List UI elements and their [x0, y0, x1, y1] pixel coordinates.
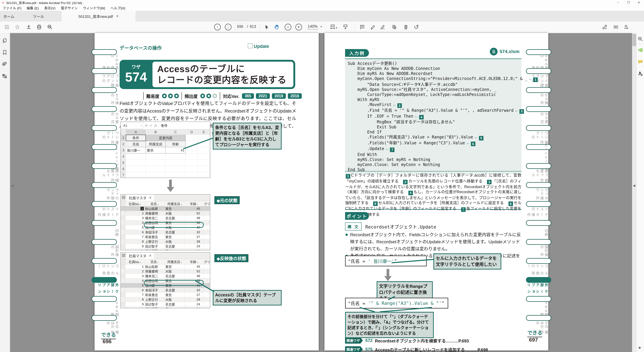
- menu-item[interactable]: ウィンドウ(W): [80, 5, 108, 11]
- current-page-input[interactable]: 696: [235, 24, 245, 30]
- chapter-tab[interactable]: Excelファイルの操作: [94, 144, 119, 163]
- chapter-tab[interactable]: 印刷: [524, 220, 548, 239]
- menu-item[interactable]: 電子サイン: [58, 5, 80, 11]
- email-icon[interactable]: ✉: [612, 23, 620, 31]
- chapter-tab-line: 外部アプリ: [94, 283, 119, 290]
- chapter-tab[interactable]: セルの書式: [94, 106, 119, 125]
- code-line: End If: [348, 130, 519, 135]
- related-badge: 関連ワザ: [345, 337, 363, 343]
- chapter-tab[interactable]: 外部アプリケーション: [94, 277, 119, 296]
- chapter-tab[interactable]: リストのデータ操作: [524, 201, 548, 220]
- close-button[interactable]: ✕: [634, 0, 644, 5]
- next-page-icon[interactable]: ↓: [224, 23, 232, 31]
- page-display-icon[interactable]: [342, 23, 349, 31]
- menu-item[interactable]: 編集 (E): [24, 5, 42, 11]
- dashed-separator: [345, 171, 522, 172]
- page-thumbnails-icon[interactable]: [2, 38, 8, 44]
- export-pdf-icon[interactable]: [638, 47, 643, 53]
- tab-home[interactable]: ホーム: [3, 11, 14, 22]
- tab-tools[interactable]: ツール: [33, 11, 44, 22]
- excel-row: 1条件変更内容: [121, 135, 210, 141]
- fill-sign-icon[interactable]: [379, 23, 386, 31]
- tip-meta-row: 難易度 頻出度 対応Ver. 365202120192016: [143, 92, 302, 100]
- access-cell-age: 38: [185, 220, 203, 225]
- select-tool-icon[interactable]: [263, 23, 271, 31]
- search-icon[interactable]: [46, 23, 54, 31]
- chapter-tab[interactable]: セルの操作: [524, 87, 548, 106]
- chapter-tab[interactable]: ウィンドウの操作: [94, 182, 119, 201]
- chapter-tab[interactable]: セルの書式: [524, 106, 548, 125]
- access-cell-branch: 東京: [164, 235, 185, 239]
- document-tab-close-icon[interactable]: ✕: [116, 14, 119, 18]
- chapter-tab-line: VBAの: [94, 54, 119, 66]
- sort-caret-icon: ▾: [158, 261, 158, 264]
- menu-item[interactable]: ファイル (F): [0, 5, 24, 11]
- rotate-icon[interactable]: ↺: [412, 23, 420, 31]
- note-step-badge: 6: [508, 201, 513, 206]
- chapter-tab[interactable]: Excelファイルの操作: [524, 144, 548, 163]
- chapter-tab[interactable]: VBAの基礎知識: [94, 49, 119, 68]
- chapter-tab[interactable]: 高度なファイル操作: [524, 163, 548, 182]
- comment-tool-icon[interactable]: [358, 23, 366, 31]
- chapter-tab[interactable]: リストのデータ操作: [94, 201, 119, 220]
- excel-cell-b3: 東京: [146, 147, 166, 153]
- chapter-tab[interactable]: プログラミングの基礎: [94, 68, 119, 87]
- hand-tool-icon[interactable]: [273, 23, 281, 31]
- chapter-tab[interactable]: VBAの基礎知識: [524, 49, 548, 68]
- document-tab[interactable]: 501331_底本new.pdf ✕: [62, 11, 136, 22]
- chapter-tab[interactable]: 図形の操作: [94, 239, 119, 258]
- chapter-tab[interactable]: 印刷: [94, 220, 119, 239]
- standards-icon[interactable]: [2, 73, 8, 79]
- excel-cell-b2: 所属支店: [146, 141, 166, 147]
- access-cell-branch: 大阪: [164, 225, 185, 230]
- access-cell-extra: [203, 307, 210, 308]
- chapter-tab[interactable]: VBA関数: [524, 296, 548, 315]
- fit-width-icon[interactable]: [329, 23, 336, 31]
- access-table-tab: 社員マスタ✕: [126, 195, 154, 201]
- chapter-tab[interactable]: セルの操作: [94, 87, 119, 106]
- access-cell-name: 和泉貴志: [144, 292, 164, 297]
- menu-item[interactable]: ヘルプ(H): [108, 5, 128, 11]
- chapter-tab[interactable]: ワークシートの操作: [524, 125, 548, 144]
- vertical-scrollbar[interactable]: [632, 33, 636, 352]
- more-tools-icon[interactable]: [638, 71, 643, 77]
- chapter-tab[interactable]: 高度なファイル操作: [94, 163, 119, 182]
- collapse-left-pane-icon[interactable]: ◀: [11, 183, 14, 188]
- chapter-tab[interactable]: コントロールの使用: [94, 258, 119, 277]
- maximize-button[interactable]: ❒: [623, 0, 634, 5]
- chapter-tab[interactable]: 図形の操作: [524, 239, 548, 258]
- search-zoom-icon[interactable]: [638, 36, 643, 42]
- chapter-tab[interactable]: ワークシートの操作: [94, 125, 119, 144]
- share-upload-icon[interactable]: [25, 23, 32, 31]
- comment-panel-icon[interactable]: [638, 59, 643, 65]
- chapter-tab[interactable]: 外部アプリケーション: [524, 277, 548, 296]
- scrollbar-thumb[interactable]: [632, 34, 636, 46]
- chapter-tab[interactable]: VBA関数: [94, 296, 119, 315]
- share-link-icon[interactable]: [601, 23, 608, 31]
- attachments-icon[interactable]: [2, 62, 8, 67]
- edit-pdf-icon[interactable]: [390, 23, 398, 31]
- access-row-selector: [121, 239, 125, 244]
- zoom-in-icon[interactable]: +: [295, 23, 302, 31]
- chapter-tab[interactable]: ウィンドウの操作: [524, 182, 548, 201]
- star-icon[interactable]: ☆: [14, 23, 21, 31]
- print-icon[interactable]: [35, 23, 43, 31]
- delete-page-icon[interactable]: [402, 23, 410, 31]
- zoom-out-icon[interactable]: −: [284, 23, 292, 31]
- add-people-icon[interactable]: [622, 23, 630, 31]
- chapter-tab-pill: [526, 277, 551, 283]
- code-step-badge: 2: [397, 103, 402, 108]
- note-step-badge: 2: [403, 180, 408, 184]
- zoom-level-field[interactable]: 140% ▾: [307, 24, 322, 30]
- previous-page-icon[interactable]: ↑: [214, 23, 221, 31]
- expand-tools-icon[interactable]: ▶: [639, 345, 641, 349]
- chapter-tab[interactable]: コントロールの使用: [524, 258, 548, 277]
- chapter-tab-pill: [526, 87, 551, 93]
- menu-item[interactable]: 表示(V): [42, 5, 58, 11]
- save-icon[interactable]: [3, 23, 11, 31]
- bookmarks-icon[interactable]: [2, 50, 8, 56]
- minimize-button[interactable]: –: [613, 0, 623, 5]
- fit-caret-icon[interactable]: ▾: [336, 26, 337, 30]
- highlight-tool-icon[interactable]: [369, 23, 376, 31]
- collapse-right-pane-icon[interactable]: ◀: [633, 183, 635, 188]
